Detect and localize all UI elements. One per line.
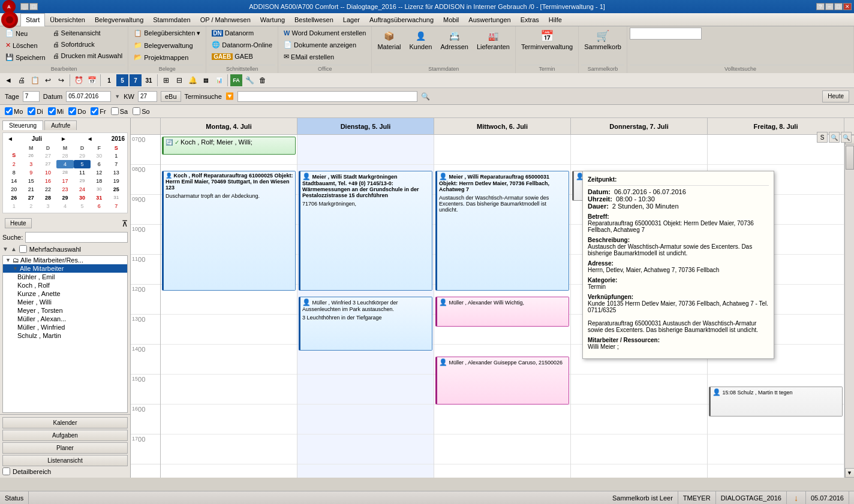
qt-wrench[interactable]: 🔧 [243, 74, 255, 86]
mehrfach-check[interactable] [19, 245, 27, 253]
cal-day[interactable]: 18 [91, 177, 107, 185]
cal-day[interactable]: 13 [108, 168, 125, 177]
qt-clock[interactable]: ⏰ [73, 74, 85, 86]
cal-day[interactable]: 27 [40, 152, 56, 160]
tree-item-meyer[interactable]: Meyer , Torsten [3, 306, 127, 315]
qt-5day[interactable]: 5 [116, 74, 128, 86]
kw-input[interactable] [138, 91, 157, 102]
scroll-down[interactable]: ▼ [845, 468, 855, 478]
btn-email[interactable]: ✉ EMail erstellen [281, 51, 369, 62]
qt-31day[interactable]: 31 [143, 74, 155, 86]
sidebar-tab-steuerung[interactable]: Steuerung [2, 120, 43, 130]
filter-so[interactable]: So [133, 107, 149, 115]
sidebar-search-input[interactable] [25, 232, 128, 243]
btn-gaeb[interactable]: GAEB GAEB [209, 51, 275, 62]
tree-item-buhler[interactable]: Bühler , Emil [3, 273, 127, 281]
cal-day[interactable]: 2 [22, 202, 39, 210]
tree-item-muller-winfried[interactable]: Müller , Winfried [3, 323, 127, 331]
btn-belegverwaltung[interactable]: 📁 Belegverwaltung [131, 40, 203, 51]
menu-belegverwaltung[interactable]: Belegverwaltung [90, 13, 148, 26]
cal-day[interactable]: 19 [108, 177, 125, 185]
cal-day[interactable]: 6 [91, 202, 107, 210]
btn-sofortdruck[interactable]: 🖨 Sofortdruck [50, 39, 126, 50]
btn-kalender[interactable]: Kalender [2, 417, 128, 428]
menu-auftragsüberwachung[interactable]: Auftragsüberwachung [365, 13, 438, 26]
terminsuche-input[interactable] [237, 91, 417, 102]
btn-loeschen[interactable]: ✕ Löschen [2, 40, 49, 51]
cal-day[interactable]: 3 [22, 160, 39, 168]
qt-redo[interactable]: ↪ [55, 74, 67, 86]
cal-day[interactable]: 29 [74, 152, 91, 160]
qt-view2[interactable]: ⊟ [173, 74, 185, 86]
cal-day[interactable]: 21 [22, 185, 39, 194]
cal-day[interactable]: 11 [74, 168, 91, 177]
cal-day[interactable]: 15 [22, 177, 39, 185]
filter-mi-check[interactable] [48, 107, 56, 115]
cal-day[interactable]: 24 [74, 185, 91, 194]
cal-day[interactable]: 6 [91, 160, 107, 168]
menu-uebersichten[interactable]: Übersichten [45, 13, 90, 26]
btn-dokumente-anzeigen[interactable]: 📄 Dokumente anzeigen [281, 39, 369, 50]
btn-aufgaben[interactable]: Aufgaben [2, 430, 128, 441]
qt-undo[interactable]: ↩ [42, 74, 54, 86]
filter-do[interactable]: Do [68, 107, 86, 115]
cal-day[interactable]: 5 [74, 202, 91, 210]
zoom-in-btn[interactable]: S [817, 132, 828, 143]
filter-mo-check[interactable] [5, 107, 13, 115]
qt-view3[interactable]: 🔔 [187, 74, 199, 86]
btn-speichern[interactable]: 💾 Speichern [2, 52, 49, 63]
cal-day[interactable]: 4 [56, 202, 73, 210]
volltextsuche-input[interactable] [630, 28, 702, 40]
tree-item-meier[interactable]: Meier , Willi [3, 298, 127, 306]
cal-day[interactable]: 25 [108, 185, 125, 194]
cal-day[interactable]: 4 [56, 160, 73, 168]
filter-mo[interactable]: Mo [5, 107, 23, 115]
cal-day[interactable]: 26 [5, 194, 22, 202]
cal-event-meier-wed[interactable]: 👤 Meier , Willi Reparaturauftrag 6500003… [435, 171, 569, 291]
tree-item-schulz[interactable]: Schulz , Martin [3, 331, 127, 340]
tree-expand-icon[interactable]: ▼ [2, 246, 8, 252]
filter-fr[interactable]: Fr [91, 107, 106, 115]
tree-item-koch[interactable]: Koch , Rolf [3, 281, 127, 289]
zoom-reset-btn[interactable]: 🔍 [841, 132, 852, 143]
qt-1day[interactable]: 1 [103, 74, 115, 86]
tree-item-alle[interactable]: ▼ Alle Mitarbeiter [3, 264, 127, 273]
cal-day[interactable]: 1 [5, 202, 22, 210]
qt-print[interactable]: 🖨 [16, 74, 28, 86]
qt-trash[interactable]: 🗑 [257, 74, 269, 86]
cal-event-muller-caruso[interactable]: 👤 Müller , Alexander Guiseppe Caruso, 21… [435, 357, 569, 405]
cal-day[interactable]: 1 [108, 152, 125, 160]
btn-terminverwaltung[interactable]: 📅 Terminverwaltung [518, 28, 576, 52]
cal-next-month[interactable]: ► [59, 135, 68, 142]
cal-day[interactable]: 23 [56, 185, 73, 194]
btn-listenansicht[interactable]: Listenansicht [2, 455, 128, 466]
tage-input[interactable] [23, 91, 40, 102]
expand-icon[interactable]: ⊼ [122, 219, 128, 228]
btn-neu[interactable]: 📄 Neu [2, 28, 49, 39]
menu-hilfe[interactable]: Hilfe [544, 13, 567, 26]
qt-7day[interactable]: 7 [130, 74, 142, 86]
qt-list[interactable]: ▤ [200, 74, 212, 86]
cal-day[interactable]: 2 [5, 160, 22, 168]
cal-day[interactable]: 16 [40, 177, 56, 185]
cal-day[interactable]: 7 [108, 202, 125, 210]
qt-copy[interactable]: 📋 [29, 74, 41, 86]
cal-day[interactable]: 8 [5, 168, 22, 177]
qt-view1[interactable]: ⊞ [160, 74, 172, 86]
app-minimize[interactable]: − [825, 3, 834, 10]
cal-day[interactable]: 30 [74, 194, 91, 202]
cal-event-muller-tue[interactable]: 👤 Müller , Winfried 3 Leuchtkörper der A… [299, 297, 432, 351]
btn-word-dokument[interactable]: W Word Dokument erstellen [281, 28, 369, 38]
btn-belegübersichten[interactable]: 📋 Belegübersichten ▾ [131, 28, 203, 39]
cal-day[interactable]: 27 [22, 194, 39, 202]
menu-start[interactable]: Start [20, 13, 45, 26]
cal-day[interactable]: 9 [22, 168, 39, 177]
cal-day[interactable]: 12 [91, 168, 107, 177]
cal-prev-month[interactable]: ◄ [5, 135, 15, 142]
win-minimize[interactable]: _ [20, 3, 29, 10]
filter-sa-check[interactable] [111, 107, 119, 115]
sidebar-tab-aufrufe[interactable]: Aufrufe [44, 120, 77, 130]
filter-di[interactable]: Di [28, 107, 43, 115]
cal-day[interactable]: 17 [56, 177, 73, 185]
cal-event-muller-wed[interactable]: 👤 Müller , Alexander Willi Wichtig, [435, 297, 569, 327]
